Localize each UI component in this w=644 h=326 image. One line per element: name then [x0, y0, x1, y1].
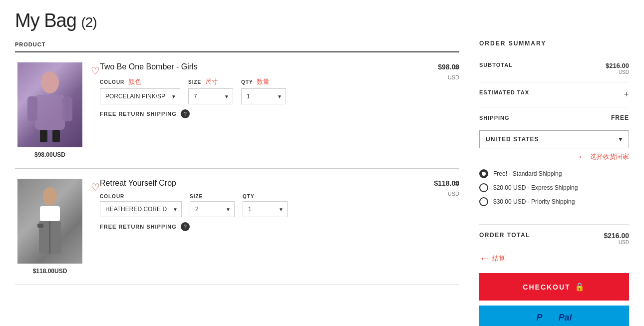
colour-label-2: COLOUR	[100, 194, 182, 199]
product-name-2: Retreat Yourself Crop	[100, 179, 424, 188]
size-select-2[interactable]: 2	[190, 201, 235, 217]
order-summary-title: ORDER SUMMARY	[479, 40, 629, 47]
radio-express[interactable]	[479, 183, 488, 192]
remove-button-2[interactable]: ×	[454, 179, 459, 189]
tax-value: +	[624, 89, 629, 100]
svg-point-0	[41, 71, 59, 93]
selectors-1: COLOUR 颜色 PORCELAIN PINK/SP ▼ SIZE	[100, 77, 428, 104]
size-selector-group-2: SIZE 2 ▼	[190, 194, 235, 217]
question-badge-1[interactable]: ?	[181, 109, 190, 118]
product-image-wrap-1: $98.00USD	[15, 62, 85, 158]
subtotal-label: SUBTOTAL	[479, 62, 513, 68]
qty-select-2[interactable]: 1	[243, 201, 288, 217]
svg-rect-2	[27, 96, 37, 121]
svg-point-6	[43, 187, 57, 205]
qty-label-2: QTY	[243, 194, 288, 199]
checkout-annotation: ← 结算	[479, 252, 629, 265]
colour-selector-group-2: COLOUR HEATHERED CORE D ▼	[100, 194, 182, 217]
country-select-wrap: UNITED STATES ▼	[479, 130, 629, 148]
size-label-1: SIZE 尺寸	[188, 77, 233, 86]
product-silhouette-1	[25, 67, 75, 142]
item-count: (2)	[81, 14, 96, 30]
order-total-row: ORDER TOTAL $216.00 USD	[479, 232, 629, 245]
product-details-1: Two Be One Bomber - Girls COLOUR 颜色 PORC…	[95, 62, 428, 118]
shipping-option-express: $20.00 USD - Express Shipping	[479, 183, 578, 192]
right-column: ORDER SUMMARY SUBTOTAL $216.00 USD ESTIM…	[479, 10, 629, 326]
colour-select-1[interactable]: PORCELAIN PINK/SP	[100, 88, 180, 104]
product-details-2: Retreat Yourself Crop COLOUR HEATHERED C…	[95, 179, 424, 231]
product-image-price-2: $118.00USD	[33, 268, 67, 275]
product-silhouette-2	[25, 184, 75, 259]
colour-label-1: COLOUR 颜色	[100, 77, 180, 86]
question-badge-2[interactable]: ?	[181, 222, 190, 231]
shipping-option-priority: $30.00 USD - Priority Shipping	[479, 197, 578, 206]
size-selector-group-1: SIZE 尺寸 7 ▼	[188, 77, 233, 104]
country-selector-area: UNITED STATES ▼	[479, 126, 629, 148]
shipping-label: SHIPPING	[479, 115, 510, 121]
title-text: My Bag	[15, 10, 76, 31]
paypal-button[interactable]: P ay Pal	[479, 306, 629, 326]
checkout-label: CHECKOUT	[523, 283, 570, 291]
colour-select-2[interactable]: HEATHERED CORE D	[100, 201, 182, 217]
colour-select-wrap-1: PORCELAIN PINK/SP ▼	[100, 88, 180, 104]
product-image-price-1: $98.00USD	[34, 151, 65, 158]
checkout-button[interactable]: CHECKOUT 🔒	[479, 273, 629, 301]
shipping-header: SHIPPING FREE	[479, 114, 629, 121]
wishlist-icon-1[interactable]: ♡	[91, 65, 100, 77]
page-title: My Bag (2)	[15, 10, 459, 31]
free-return-1: FREE RETURN SHIPPING ?	[100, 109, 428, 118]
product-image-1	[17, 62, 82, 147]
product-header-label: PRODUCT	[15, 41, 45, 47]
product-image-2	[17, 179, 82, 264]
size-label-2: SIZE	[190, 194, 235, 199]
svg-rect-7	[40, 206, 60, 221]
checkout-annotation-text: 结算	[492, 254, 505, 263]
paypal-ay: ay	[545, 313, 555, 323]
subtotal-row: SUBTOTAL $216.00 USD	[479, 55, 629, 82]
qty-select-wrap-2: 1 ▼	[243, 201, 288, 217]
country-select-container: UNITED STATES ▼	[479, 126, 629, 148]
tax-label: ESTIMATED TAX	[479, 89, 529, 95]
paypal-pal: Pal	[559, 313, 572, 323]
radio-standard[interactable]	[479, 169, 488, 178]
subtotal-value: $216.00 USD	[606, 62, 629, 75]
qty-selector-group-1: QTY 数量 1 ▼	[241, 77, 286, 104]
country-annotation: ← 选择收货国家	[577, 150, 629, 163]
free-return-label-2: FREE RETURN SHIPPING	[100, 224, 177, 230]
qty-selector-group-2: QTY 1 ▼	[243, 194, 288, 217]
colour-selector-group-1: COLOUR 颜色 PORCELAIN PINK/SP ▼	[100, 77, 180, 104]
shipping-row: SHIPPING FREE UNITED STATES ▼ ← 选择收货国家	[479, 107, 629, 224]
shipping-option-standard: Free! - Standard Shipping	[479, 169, 578, 178]
size-select-1[interactable]: 7	[188, 88, 233, 104]
svg-rect-3	[62, 96, 72, 121]
selectors-2: COLOUR HEATHERED CORE D ▼ SIZE 2	[100, 194, 424, 217]
qty-select-1[interactable]: 1	[241, 88, 286, 104]
checkout-arrow-annotation: ←	[479, 252, 490, 265]
wishlist-icon-2[interactable]: ♡	[91, 181, 100, 193]
size-select-wrap-2: 2 ▼	[190, 201, 235, 217]
qty-select-wrap-1: 1 ▼	[241, 88, 286, 104]
shipping-options: Free! - Standard Shipping $20.00 USD - E…	[479, 163, 578, 217]
product-row-2: $118.00USD ♡ Retreat Yourself Crop COLOU…	[15, 169, 459, 285]
product-row: $98.00USD ♡ Two Be One Bomber - Girls CO…	[15, 52, 459, 169]
country-annotation-text: 选择收货国家	[590, 152, 629, 161]
radio-priority[interactable]	[479, 197, 488, 206]
order-total-value: $216.00 USD	[604, 232, 629, 245]
svg-rect-10	[37, 224, 43, 228]
product-image-wrap-2: $118.00USD	[15, 179, 85, 275]
qty-label-1: QTY 数量	[241, 77, 286, 86]
svg-rect-4	[40, 130, 47, 142]
left-column: My Bag (2) PRODUCT	[15, 10, 459, 326]
remove-button-1[interactable]: ×	[454, 62, 459, 73]
product-name-1: Two Be One Bomber - Girls	[100, 62, 428, 71]
free-return-label-1: FREE RETURN SHIPPING	[100, 111, 177, 117]
checkout-area: ← 结算 CHECKOUT 🔒	[479, 252, 629, 301]
country-arrow-annotation: ←	[577, 150, 588, 163]
country-select[interactable]: UNITED STATES	[480, 131, 629, 148]
paypal-p: P	[536, 313, 542, 323]
product-header: PRODUCT	[15, 41, 459, 52]
shipping-value: FREE	[611, 114, 629, 121]
svg-rect-5	[52, 130, 60, 142]
tax-row: ESTIMATED TAX +	[479, 82, 629, 107]
colour-select-wrap-2: HEATHERED CORE D ▼	[100, 201, 182, 217]
